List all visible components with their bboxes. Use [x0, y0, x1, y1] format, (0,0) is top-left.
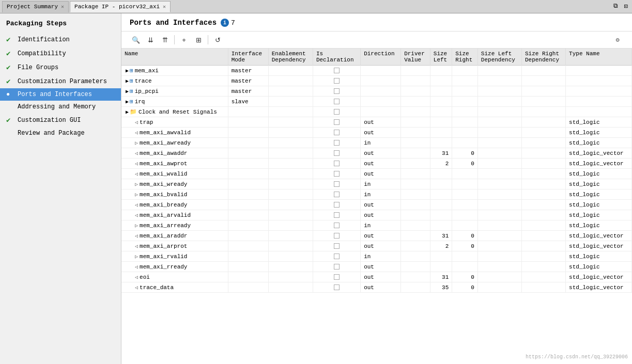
cell-is-declaration[interactable]	[313, 107, 360, 117]
cell-is-declaration[interactable]	[313, 169, 360, 179]
check-blue-icon: ●	[6, 91, 14, 98]
table-row[interactable]: ◁mem_axi_wvalidoutstd_logic	[121, 169, 632, 179]
table-row[interactable]: ▶⊞ip_pcpimaster	[121, 86, 632, 97]
sidebar-item-file-groups[interactable]: ✔ File Groups	[0, 60, 121, 74]
cell-is-declaration[interactable]	[313, 76, 360, 86]
restore-icon[interactable]: ⧉	[611, 3, 620, 10]
expand-icon[interactable]: ▶	[126, 89, 129, 94]
table-row[interactable]: ▷mem_axi_rvalidinstd_logic	[121, 251, 632, 262]
cell-interface-mode	[228, 262, 268, 272]
table-row[interactable]: ▶⊞irqslave	[121, 97, 632, 107]
declaration-checkbox[interactable]	[334, 109, 340, 115]
declaration-checkbox[interactable]	[334, 274, 340, 280]
table-row[interactable]: ▷mem_axi_wreadyinstd_logic	[121, 179, 632, 189]
table-row[interactable]: ◁mem_axi_rreadyoutstd_logic	[121, 262, 632, 272]
expand-icon[interactable]: ▶	[126, 99, 129, 105]
declaration-checkbox[interactable]	[334, 99, 340, 104]
cell-is-declaration[interactable]	[313, 272, 360, 282]
collapse-all-button[interactable]: ⇊	[144, 34, 157, 46]
cell-is-declaration[interactable]	[313, 138, 360, 148]
cell-is-declaration[interactable]	[313, 159, 360, 169]
table-row[interactable]: ◁mem_axi_arvalidoutstd_logic	[121, 210, 632, 220]
merge-icon: ⊞	[196, 36, 202, 44]
table-row[interactable]: ▷mem_axi_arreadyinstd_logic	[121, 220, 632, 231]
declaration-checkbox[interactable]	[334, 68, 340, 73]
cell-size-right-dep	[521, 66, 565, 76]
tab-project-summary-close[interactable]: ✕	[61, 4, 64, 10]
table-row[interactable]: ◁trace_dataout350std_logic_vector	[121, 282, 632, 293]
table-row[interactable]: ◁mem_axi_awaddrout310std_logic_vector	[121, 148, 632, 159]
cell-is-declaration[interactable]	[313, 179, 360, 189]
expand-icon[interactable]: ▶	[126, 109, 129, 115]
declaration-checkbox[interactable]	[334, 88, 340, 94]
add-button[interactable]: +	[178, 34, 190, 46]
declaration-checkbox[interactable]	[334, 140, 340, 146]
cell-is-declaration[interactable]	[313, 210, 360, 220]
sidebar-item-compatibility[interactable]: ✔ Compatibility	[0, 46, 121, 60]
table-row[interactable]: ▷mem_axi_awreadyinstd_logic	[121, 138, 632, 148]
cell-type-name: std_logic	[566, 200, 632, 210]
table-row[interactable]: ◁eoiout310std_logic_vector	[121, 272, 632, 282]
declaration-checkbox[interactable]	[334, 223, 340, 228]
table-row[interactable]: ▶📁Clock and Reset Signals	[121, 107, 632, 117]
table-row[interactable]: ◁mem_axi_araddrout310std_logic_vector	[121, 231, 632, 241]
declaration-checkbox[interactable]	[334, 212, 340, 218]
table-row[interactable]: ▶⊞mem_aximaster	[121, 66, 632, 76]
table-row[interactable]: ◁mem_axi_breadyoutstd_logic	[121, 200, 632, 210]
refresh-button[interactable]: ↺	[211, 34, 224, 46]
table-row[interactable]: ◁mem_axi_awvalidoutstd_logic	[121, 128, 632, 138]
sidebar-item-ports-interfaces[interactable]: ● Ports and Interfaces	[0, 88, 121, 101]
tab-package-ip[interactable]: Package IP - picorv32_axi ✕	[70, 1, 171, 12]
search-button[interactable]: 🔍	[130, 34, 142, 46]
table-row[interactable]: ◁trapoutstd_logic	[121, 117, 632, 128]
cell-is-declaration[interactable]	[313, 200, 360, 210]
expand-icon[interactable]: ▶	[126, 78, 129, 84]
cell-size-right-dep	[521, 189, 565, 200]
declaration-checkbox[interactable]	[334, 192, 340, 197]
merge-button[interactable]: ⊞	[192, 34, 205, 46]
cell-is-declaration[interactable]	[313, 128, 360, 138]
declaration-checkbox[interactable]	[334, 254, 340, 259]
cell-is-declaration[interactable]	[313, 282, 360, 293]
declaration-checkbox[interactable]	[334, 264, 340, 270]
table-row[interactable]: ◁mem_axi_arprotout20std_logic_vector	[121, 241, 632, 251]
declaration-checkbox[interactable]	[334, 202, 340, 208]
declaration-checkbox[interactable]	[334, 78, 340, 84]
maximize-icon[interactable]: ⊡	[622, 3, 630, 10]
declaration-checkbox[interactable]	[334, 130, 340, 135]
table-row[interactable]: ▶⊞tracemaster	[121, 76, 632, 86]
cell-is-declaration[interactable]	[313, 241, 360, 251]
declaration-checkbox[interactable]	[334, 181, 340, 187]
cell-is-declaration[interactable]	[313, 97, 360, 107]
cell-size-left	[430, 66, 452, 76]
declaration-checkbox[interactable]	[334, 243, 340, 249]
expand-icon[interactable]: ▶	[126, 68, 129, 74]
declaration-checkbox[interactable]	[334, 150, 340, 156]
expand-all-button[interactable]: ⇈	[159, 34, 171, 46]
table-row[interactable]: ◁mem_axi_awprotout20std_logic_vector	[121, 159, 632, 169]
row-name: mem_axi_araddr	[140, 233, 187, 239]
cell-is-declaration[interactable]	[313, 231, 360, 241]
cell-is-declaration[interactable]	[313, 251, 360, 262]
cell-is-declaration[interactable]	[313, 86, 360, 97]
cell-is-declaration[interactable]	[313, 189, 360, 200]
cell-is-declaration[interactable]	[313, 66, 360, 76]
declaration-checkbox[interactable]	[334, 233, 340, 239]
cell-is-declaration[interactable]	[313, 148, 360, 159]
table-row[interactable]: ▷mem_axi_bvalidinstd_logic	[121, 189, 632, 200]
declaration-checkbox[interactable]	[334, 161, 340, 166]
settings-icon[interactable]: ⚙	[611, 34, 624, 46]
declaration-checkbox[interactable]	[334, 284, 340, 290]
sidebar-item-addressing-memory[interactable]: Addressing and Memory	[0, 101, 121, 113]
cell-is-declaration[interactable]	[313, 262, 360, 272]
cell-is-declaration[interactable]	[313, 220, 360, 231]
declaration-checkbox[interactable]	[334, 119, 340, 125]
sidebar-item-customization-gui[interactable]: ✔ Customization GUI	[0, 113, 121, 127]
cell-is-declaration[interactable]	[313, 117, 360, 128]
sidebar-item-customization-params[interactable]: ✔ Customization Parameters	[0, 74, 121, 88]
declaration-checkbox[interactable]	[334, 171, 340, 177]
sidebar-item-review-package[interactable]: Review and Package	[0, 127, 121, 139]
tab-package-ip-close[interactable]: ✕	[163, 4, 166, 10]
sidebar-item-identification[interactable]: ✔ Identification	[0, 33, 121, 46]
tab-project-summary[interactable]: Project Summary ✕	[2, 1, 69, 12]
